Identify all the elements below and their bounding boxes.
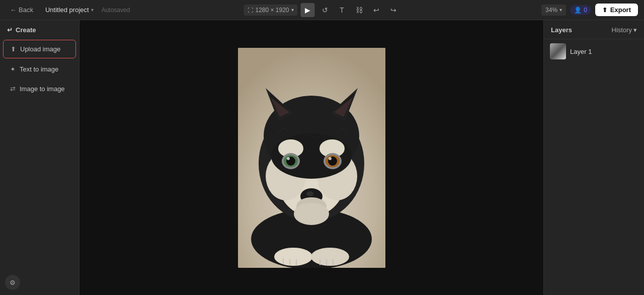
history-chevron: ▾ [633, 26, 637, 34]
svg-point-25 [306, 191, 313, 196]
canvas-size-icon: ⛶ [248, 7, 253, 13]
zoom-button[interactable]: 34% ▾ [541, 5, 566, 16]
layer-thumbnail [550, 43, 566, 59]
svg-point-23 [329, 157, 332, 160]
left-sidebar: ↵ Create ⬆ Upload image ✦ Text to image … [0, 20, 79, 295]
main-layout: ↵ Create ⬆ Upload image ✦ Text to image … [0, 20, 644, 295]
select-tool-button[interactable]: ▶ [301, 3, 315, 17]
text-to-image-label: Text to image [20, 65, 58, 73]
text-icon: T [340, 6, 344, 14]
zoom-chevron: ▾ [559, 7, 562, 13]
create-label: Create [16, 26, 36, 34]
export-icon: ⬆ [602, 7, 607, 14]
canvas-size-chevron: ▾ [291, 7, 294, 13]
undo-icon: ↩ [373, 6, 379, 14]
svg-point-29 [311, 248, 349, 266]
undo-button[interactable]: ↩ [369, 3, 383, 17]
create-icon: ↵ [7, 26, 13, 34]
export-label: Export [610, 6, 631, 14]
topbar: ← Back Untitled project ▾ Autosaved ⛶ 12… [0, 0, 644, 20]
sidebar-bottom: ⚙ [0, 270, 79, 295]
back-icon: ← [10, 6, 17, 14]
back-label: Back [19, 6, 33, 14]
sidebar-item-image-to-image[interactable]: ⇄ Image to image [3, 80, 76, 98]
image-to-image-label: Image to image [20, 85, 65, 93]
sidebar-item-text-to-image[interactable]: ✦ Text to image [3, 60, 76, 78]
autosaved-label: Autosaved [102, 7, 130, 14]
project-name[interactable]: Untitled project ▾ [41, 4, 98, 16]
layer-name: Layer 1 [570, 48, 592, 55]
link-icon: ⛓ [356, 6, 363, 14]
layer-item[interactable]: Layer 1 [544, 39, 644, 63]
select-icon: ▶ [305, 6, 310, 14]
history-label: History [612, 26, 632, 34]
canvas-size-button[interactable]: ⛶ 1280 × 1920 ▾ [244, 5, 297, 16]
right-panel-header: Layers History ▾ [544, 20, 644, 39]
svg-point-19 [287, 157, 290, 160]
rotate-icon: ↺ [322, 6, 328, 14]
user-icon: 👤 [574, 7, 582, 14]
svg-point-27 [294, 203, 329, 225]
canvas-area[interactable] [79, 20, 543, 295]
redo-icon: ↪ [390, 6, 396, 14]
project-dropdown-icon: ▾ [91, 7, 94, 13]
upload-image-icon: ⬆ [11, 45, 16, 53]
back-button[interactable]: ← Back [6, 4, 37, 16]
history-tab[interactable]: History ▾ [612, 26, 637, 34]
layer-thumb-preview [550, 43, 566, 59]
canvas-image [238, 48, 385, 268]
svg-point-28 [274, 248, 312, 266]
rotate-tool-button[interactable]: ↺ [318, 3, 332, 17]
canvas-size-label: 1280 × 1920 [255, 7, 289, 14]
topbar-center: ⛶ 1280 × 1920 ▾ ▶ ↺ T ⛓ ↩ ↪ [244, 3, 400, 17]
create-section-header: ↵ Create [0, 20, 79, 39]
redo-button[interactable]: ↪ [386, 3, 400, 17]
zoom-label: 34% [545, 7, 557, 14]
settings-icon: ⚙ [10, 279, 16, 286]
text-to-image-icon: ✦ [10, 65, 16, 73]
link-tool-button[interactable]: ⛓ [352, 3, 366, 17]
text-tool-button[interactable]: T [335, 3, 349, 17]
user-badge: 👤 0 [570, 5, 591, 15]
image-to-image-icon: ⇄ [10, 85, 16, 93]
export-button[interactable]: ⬆ Export [595, 4, 638, 16]
husky-illustration [238, 48, 385, 268]
settings-button[interactable]: ⚙ [5, 275, 20, 290]
project-name-label: Untitled project [45, 6, 89, 14]
right-panel: Layers History ▾ Layer 1 [543, 20, 644, 295]
sidebar-item-upload-image[interactable]: ⬆ Upload image [3, 40, 76, 58]
user-count: 0 [584, 7, 587, 14]
upload-image-label: Upload image [20, 45, 60, 53]
layers-tab[interactable]: Layers [551, 26, 572, 34]
